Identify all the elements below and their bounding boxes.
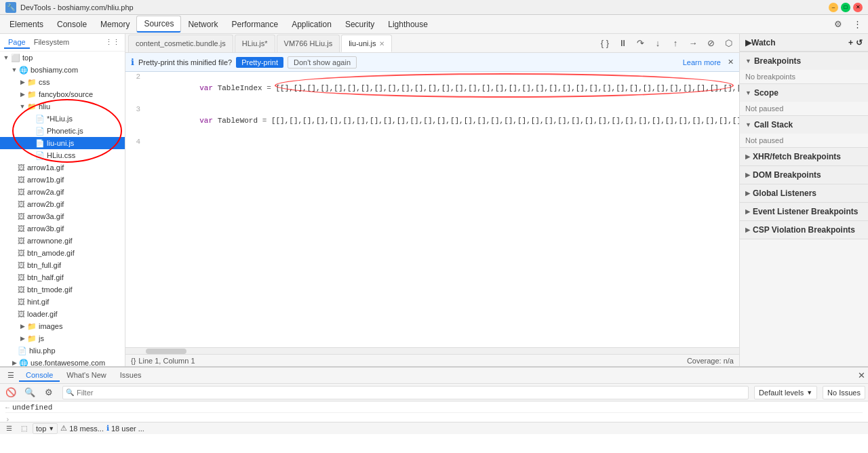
console-tab-issues[interactable]: Issues [113,370,149,382]
menu-sources[interactable]: Sources [136,16,181,33]
tree-boshiamy[interactable]: ▼ 🌐 boshiamy.com [0,64,125,76]
toggle-device-icon[interactable]: ☰ [3,422,15,435]
tree-arrow2b[interactable]: 🖼 arrow2b.gif [0,198,125,210]
dont-show-button[interactable]: Don't show again [288,56,357,68]
tree-arrow3a[interactable]: 🖼 arrow3a.gif [0,210,125,222]
console-menu-icon[interactable]: ☰ [3,368,19,384]
scope-header[interactable]: ▼ Scope [740,84,868,102]
code-area[interactable]: 2 var TableIndex = [[],[],[],[],[],[],[]… [125,72,739,347]
global-header[interactable]: ▶ Global Listeners [740,184,868,202]
menu-elements[interactable]: Elements [3,17,50,32]
tree-images[interactable]: ▶ 📁 images [0,320,125,332]
menu-security[interactable]: Security [338,17,381,32]
tree-fancybox[interactable]: ▶ 📁 fancybox/source [0,88,125,100]
top-context-selector[interactable]: top ▼ [33,423,58,434]
console-input-line[interactable]: › [5,413,863,422]
tree-loader[interactable]: 🖼 loader.gif [0,308,125,320]
pause-icon[interactable]: ⏸ [614,35,631,52]
menu-performance[interactable]: Performance [224,17,285,32]
tree-btn-full[interactable]: 🖼 btn_full.gif [0,259,125,271]
console-tab-console[interactable]: Console [19,370,60,382]
step-icon[interactable]: → [685,35,701,52]
tab-liu-uni[interactable]: liu-uni.js ✕ [341,35,391,52]
close-button[interactable]: ✕ [853,3,863,12]
tree-js[interactable]: ▶ 📁 js [0,332,125,344]
tree-arrow1a[interactable]: 🖼 arrow1a.gif [0,161,125,174]
message-count-2[interactable]: ℹ 18 user ... [106,424,144,433]
tree-arrow3b[interactable]: 🖼 arrow3b.gif [0,222,125,235]
dom-label: DOM Breakpoints [753,170,821,180]
settings-icon[interactable]: ⚙ [830,16,846,33]
menu-lighthouse[interactable]: Lighthouse [381,17,435,32]
code-line-3: 3 var TableWord = [[],[],[],[],[],[],[],… [125,104,739,137]
pause-exceptions-icon[interactable]: ⬡ [720,35,736,52]
step-out-icon[interactable]: ↑ [667,35,684,52]
pretty-print-button[interactable]: Pretty-print [236,57,283,68]
title-text: DevTools - boshiamy.com/hliu.php [20,3,825,12]
format-icon[interactable]: { } [597,35,613,52]
tree-arrownone[interactable]: 🖼 arrownone.gif [0,235,125,247]
tree-hliu-css[interactable]: 📄 HLiu.css [0,149,125,161]
message-count-1[interactable]: ⚠ 18 mess... [60,424,104,433]
default-levels-dropdown[interactable]: Default levels ▼ [754,386,817,399]
sidebar-tab-page[interactable]: Page [4,37,30,49]
minimize-button[interactable]: – [829,3,838,12]
settings-console-icon[interactable]: ⚙ [41,385,57,401]
watch-add-icon[interactable]: + [848,38,853,47]
titlebar: 🔧 DevTools - boshiamy.com/hliu.php – □ ✕ [0,0,868,15]
step-into-icon[interactable]: ↓ [650,35,666,52]
sidebar-tab-filesystem[interactable]: Filesystem [30,37,74,49]
dom-header[interactable]: ▶ DOM Breakpoints [740,166,868,184]
filter-icon[interactable]: 🔍 [22,385,38,401]
tree-btn-tmode[interactable]: 🖼 btn_tmode.gif [0,283,125,296]
tab-hliu-js[interactable]: HLiu.js* [235,35,275,52]
tree-hliu-php[interactable]: 📄 hliu.php [0,344,125,357]
sidebar-more-icon[interactable]: ⋮⋮ [104,35,121,51]
code-line-4: 4 [125,137,739,148]
tab-vm766[interactable]: VM766 HLiu.js [277,35,340,52]
more-icon[interactable]: ⋮ [849,16,865,33]
center-panel: content_cosmetic.bundle.js HLiu.js* VM76… [125,34,739,366]
tree-arrow2a[interactable]: 🖼 arrow2a.gif [0,186,125,198]
maximize-button[interactable]: □ [841,3,850,12]
tab-content-cosmetic[interactable]: content_cosmetic.bundle.js [128,35,233,52]
tree-css[interactable]: ▶ 📁 css [0,76,125,88]
tree-hint[interactable]: 🖼 hint.gif [0,296,125,308]
csp-header[interactable]: ▶ CSP Violation Breakpoints [740,221,868,239]
banner-close-icon[interactable]: ✕ [728,58,734,66]
console-prompt-icon: › [5,416,10,422]
filter-input[interactable] [77,389,745,397]
tree-btn-amode[interactable]: 🖼 btn_amode.gif [0,247,125,259]
menubar: Elements Console Memory Sources Network … [0,15,868,34]
tree-top[interactable]: ▼ ⬜ top [0,52,125,64]
menu-memory[interactable]: Memory [94,17,136,32]
tree-liu-uni[interactable]: 📄 liu-uni.js [0,137,125,149]
learn-more-link[interactable]: Learn more [683,58,721,66]
menu-console[interactable]: Console [50,17,94,32]
breakpoints-section: ▼ Breakpoints No breakpoints [740,52,868,84]
tree-hliu-js[interactable]: 📄 *HLiu.js [0,113,125,125]
watch-header[interactable]: ▶ Watch + ↺ [740,34,868,52]
tree-arrow1b[interactable]: 🖼 arrow1b.gif [0,174,125,186]
step-over-icon[interactable]: ↷ [632,35,648,52]
tree-hliu[interactable]: ▼ 📁 hliu [0,100,125,113]
console-close-icon[interactable]: ✕ [858,370,865,380]
call-stack-not-paused: Not paused [745,136,783,144]
console-tabs: ☰ Console What's New Issues ✕ [0,368,868,384]
tree-fontawesome[interactable]: ▶ 🌐 use.fontawesome.com [0,357,125,366]
deactivate-breakpoints-icon[interactable]: ⊘ [703,35,719,52]
menu-application[interactable]: Application [285,17,338,32]
event-header[interactable]: ▶ Event Listener Breakpoints [740,203,868,220]
close-tab-icon[interactable]: ✕ [379,40,384,47]
call-stack-header[interactable]: ▼ Call Stack [740,116,868,134]
console-tab-whats-new[interactable]: What's New [60,370,113,382]
inspect-icon[interactable]: ⬚ [18,422,30,435]
tree-phonetic[interactable]: 📄 Phonetic.js [0,125,125,137]
console-area[interactable]: ← undefined › [0,401,868,422]
breakpoints-header[interactable]: ▼ Breakpoints [740,52,868,70]
menu-network[interactable]: Network [181,17,224,32]
xhr-header[interactable]: ▶ XHR/fetch Breakpoints [740,148,868,165]
clear-console-icon[interactable]: 🚫 [3,385,19,401]
tree-btn-half[interactable]: 🖼 btn_half.gif [0,271,125,283]
watch-refresh-icon[interactable]: ↺ [856,38,863,47]
